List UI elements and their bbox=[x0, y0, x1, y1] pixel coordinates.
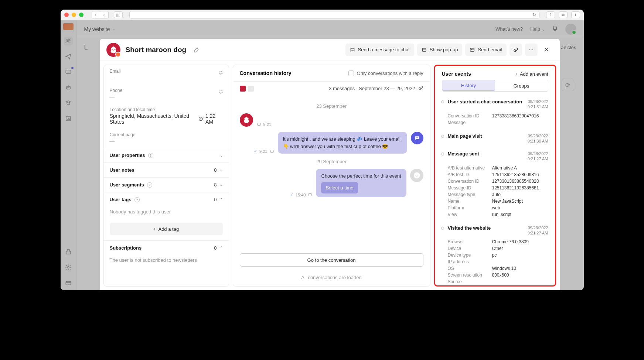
events-header: User events + Add an event bbox=[437, 67, 553, 80]
tags-empty-text: Nobody has tagged this user bbox=[104, 207, 229, 220]
section-user-properties[interactable]: User properties? ⌄ bbox=[104, 148, 229, 162]
subs-empty-text: The user is not subscribed to newsletter… bbox=[104, 255, 229, 268]
phone-value: — bbox=[110, 94, 223, 100]
event-tabs: History Groups bbox=[442, 80, 548, 92]
send-email-button[interactable]: Send email bbox=[465, 44, 506, 56]
svg-point-20 bbox=[413, 172, 420, 179]
conv-body: 23 September 9:21 ✓9:21 It's midnight , … bbox=[233, 95, 430, 251]
help-icon[interactable]: ? bbox=[134, 197, 140, 202]
url-bar[interactable]: ↻ bbox=[129, 11, 539, 18]
send-message-button[interactable]: Send a message to chat bbox=[345, 44, 414, 56]
reply-filter-checkbox[interactable] bbox=[348, 71, 354, 76]
msg-avatar-icon bbox=[240, 113, 253, 127]
tab-groups[interactable]: Groups bbox=[495, 80, 548, 91]
event-prop-row: Message ID1251136211926385681 bbox=[448, 185, 548, 191]
go-to-conversation-button[interactable]: Go to the conversation bbox=[240, 253, 423, 267]
svg-rect-19 bbox=[309, 194, 311, 196]
back-button[interactable]: ‹ bbox=[92, 11, 100, 18]
event-name: Main page visit bbox=[448, 133, 528, 144]
event-item[interactable]: User started a chat conversation09/23/20… bbox=[442, 95, 548, 130]
pin-email-icon[interactable] bbox=[218, 70, 224, 77]
select-time-button[interactable]: Select a time bbox=[321, 182, 358, 194]
share-button[interactable]: ⇧ bbox=[546, 11, 555, 18]
pin-phone-icon[interactable] bbox=[218, 89, 224, 96]
more-button[interactable]: ⋯ bbox=[525, 44, 538, 56]
conv-filter[interactable]: Only conversations with a reply bbox=[348, 71, 423, 76]
svg-point-17 bbox=[417, 137, 417, 138]
page-label: Current page bbox=[110, 132, 223, 137]
event-props: A/B test alternativeAlternative AA/B tes… bbox=[442, 162, 548, 218]
event-prop-value: New JavaScript bbox=[492, 199, 548, 204]
tabs-button[interactable]: ⧉ bbox=[559, 11, 568, 18]
event-timestamp: 09/23/20229:21:31 AM bbox=[528, 99, 548, 110]
sidebar-toggle[interactable]: ▯▯ bbox=[114, 11, 123, 18]
event-dot-icon bbox=[441, 135, 444, 138]
event-prop-row: Source bbox=[448, 278, 548, 284]
section-user-tags[interactable]: User tags? 0⌃ bbox=[104, 192, 229, 207]
email-label: Email bbox=[110, 69, 223, 74]
events-title: User events bbox=[442, 71, 471, 77]
user-events-panel: User events + Add an event History Group… bbox=[434, 65, 556, 287]
event-prop-value: web bbox=[492, 205, 548, 210]
agent-avatar-icon bbox=[411, 132, 423, 144]
message-incoming: 9:21 bbox=[240, 113, 423, 127]
prop-page: Current page — bbox=[104, 128, 229, 148]
help-icon[interactable]: ? bbox=[147, 182, 152, 188]
location-label: Location and local time bbox=[110, 107, 223, 112]
section-subscriptions[interactable]: Subscriptions 0⌃ bbox=[104, 240, 229, 255]
user-name: Short maroon dog bbox=[126, 46, 187, 54]
prop-phone: Phone — bbox=[104, 84, 229, 103]
svg-point-16 bbox=[416, 137, 416, 138]
link-button[interactable] bbox=[510, 44, 522, 56]
event-prop-value: 1273381386929047016 bbox=[492, 113, 548, 119]
event-timestamp: 09/23/20229:21:27 AM bbox=[528, 225, 548, 236]
show-popup-button[interactable]: Show pop-up bbox=[417, 44, 463, 56]
page-value: — bbox=[110, 138, 223, 144]
add-event-button[interactable]: + Add an event bbox=[515, 71, 548, 77]
user-avatar-icon bbox=[106, 43, 120, 57]
event-prop-row: Screen resolution800x600 bbox=[448, 272, 548, 278]
event-item[interactable]: Message sent09/23/20229:21:27 AMA/B test… bbox=[442, 147, 548, 222]
close-window-btn[interactable] bbox=[64, 13, 69, 17]
event-prop-row: A/B test ID1251136213528609816 bbox=[448, 171, 548, 178]
event-prop-key: Conversation ID bbox=[448, 113, 492, 119]
add-tag-button[interactable]: + Add a tag bbox=[110, 223, 223, 235]
event-item[interactable]: Visited the website09/23/20229:21:27 AMB… bbox=[442, 222, 548, 284]
maximize-window-btn[interactable] bbox=[79, 13, 84, 17]
svg-point-21 bbox=[415, 175, 416, 176]
channel-icon-2 bbox=[248, 86, 254, 92]
conv-summary: 3 messages · September 23 — 29, 2022 bbox=[329, 86, 415, 91]
message-bubble: Choose the perfect time for this event S… bbox=[316, 169, 406, 197]
event-prop-row: IP address bbox=[448, 258, 548, 265]
section-user-segments[interactable]: User segments? 8⌄ bbox=[104, 177, 229, 192]
close-modal-button[interactable]: ✕ bbox=[541, 44, 553, 56]
event-prop-value: 1251136213528609816 bbox=[492, 172, 548, 177]
date-separator: 23 September bbox=[240, 103, 423, 109]
event-prop-value: auto bbox=[492, 192, 548, 197]
new-tab-button[interactable]: + bbox=[571, 11, 580, 18]
tab-history[interactable]: History bbox=[442, 80, 495, 91]
event-prop-key: Device bbox=[448, 246, 492, 251]
window-controls bbox=[64, 13, 84, 17]
event-prop-key: Conversation ID bbox=[448, 179, 492, 184]
browser-titlebar: ‹ › ▯▯ ↻ ⇧ ⧉ + bbox=[61, 10, 584, 20]
browser-nav: ‹ › bbox=[92, 11, 109, 18]
date-separator: 29 September bbox=[240, 159, 423, 164]
edit-name-button[interactable] bbox=[191, 45, 202, 55]
svg-point-9 bbox=[112, 49, 113, 49]
event-prop-value: pc bbox=[492, 253, 548, 258]
minimize-window-btn[interactable] bbox=[72, 13, 76, 17]
prop-email: Email — bbox=[104, 65, 229, 84]
prop-location: Location and local time Springfield, Mas… bbox=[104, 103, 229, 128]
event-prop-row: NameNew JavaScript bbox=[448, 198, 548, 205]
phone-label: Phone bbox=[110, 88, 223, 93]
event-prop-key: Screen resolution bbox=[448, 272, 492, 278]
event-prop-key: Device type bbox=[448, 253, 492, 258]
event-prop-row: OSWindows 10 bbox=[448, 265, 548, 272]
event-item[interactable]: Main page visit09/23/20229:21:30 AM bbox=[442, 130, 548, 148]
section-user-notes[interactable]: User notes 0⌄ bbox=[104, 162, 229, 177]
external-link-icon[interactable] bbox=[418, 85, 423, 92]
forward-button[interactable]: › bbox=[100, 11, 108, 18]
event-props: Conversation ID1273381386929047016Messag… bbox=[442, 110, 548, 126]
help-icon[interactable]: ? bbox=[148, 153, 153, 158]
